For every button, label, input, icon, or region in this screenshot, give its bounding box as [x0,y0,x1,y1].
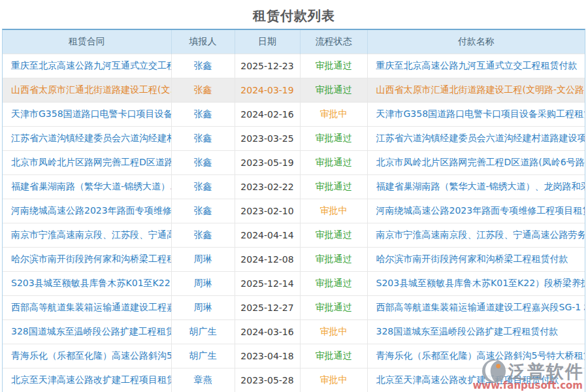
table-row[interactable]: 青海乐化（乐都至化隆）高速公路斜沟5... 胡广生 2023-04-18 审批通… [3,344,585,368]
payment-link[interactable]: 北京至天津高速公路改扩建工程项目租赁付款 [376,374,559,385]
cell-date: 2024-03-19 [235,78,300,102]
contract-link[interactable]: 328国道城东至温峤段公路扩建工程租赁... [11,326,171,336]
cell-payment: S203县城至额敏县库鲁木苏K01至K22）段桥梁养护... [367,271,585,295]
cell-status: 审批中 [300,319,367,344]
page-title: 租赁付款列表 [0,0,588,29]
status-text: 审批通过 [316,133,352,143]
contract-link[interactable]: 江苏省六道沟镇经建委员会六道沟经建村... [11,133,171,143]
cell-date: 2024-04-14 [235,223,300,247]
contract-link[interactable]: S203县城至额敏县库鲁木苏K01至K22）... [11,278,171,288]
contract-link[interactable]: 南京市宁淮高速南京段、江苏段、宁通高... [11,229,171,240]
cell-payment: 江苏省六道沟镇经建委员会六道沟经建村道路建设项... [367,126,585,150]
reporter-text: 周琳 [194,302,212,312]
contract-link[interactable]: 河南绕城高速公路2023年路面专项维修... [11,205,171,216]
cell-date: 2024-12-08 [235,247,300,271]
contract-link[interactable]: 福建省巢湖南路（繁华大道-锦绣大道）... [11,181,171,191]
status-text: 审批通过 [316,350,352,361]
cell-contract: 南京市宁淮高速南京段、江苏段、宁通高... [3,223,171,247]
date-text: 2023-03-25 [240,133,293,144]
cell-reporter: 周琳 [171,247,235,271]
cell-reporter: 章燕 [171,368,235,392]
reporter-text: 张鑫 [194,157,212,167]
payment-link[interactable]: 青海乐化（乐都至化隆）高速公路斜沟5号特大桥租赁... [376,350,585,361]
column-header-status: 流程状态 [300,30,367,54]
cell-contract: 青海乐化（乐都至化隆）高速公路斜沟5... [3,344,171,368]
contract-link[interactable]: 山西省太原市汇通北街道路建设工程(文... [11,84,171,95]
column-header-reporter: 填报人 [171,30,235,54]
cell-status: 审批通过 [300,54,367,78]
date-text: 2025-12-27 [240,302,293,313]
date-text: 2023-05-19 [240,157,293,168]
status-text: 审批通过 [316,157,352,167]
payment-link[interactable]: 福建省巢湖南路（繁华大道-锦绣大道）、龙岗路和采... [376,181,585,191]
cell-date: 2023-02-10 [235,199,300,223]
table-row[interactable]: 南京市宁淮高速南京段、江苏段、宁通高... 张鑫 2024-04-14 审批通过… [3,223,585,247]
cell-contract: 重庆至北京高速公路九河互通式立交工程... [3,54,171,78]
payment-link[interactable]: 重庆至北京高速公路九河互通式立交工程租赁付款 [376,60,578,71]
table-row[interactable]: 河南绕城高速公路2023年路面专项维修... 张鑫 2023-02-10 审批中… [3,199,585,223]
payment-link[interactable]: 328国道城东至温峤段公路扩建工程租赁付款 [376,326,559,336]
cell-payment: 西部高等航道集装箱运输通道建设工程嘉兴段SG-1 标... [367,295,585,319]
cell-reporter: 张鑫 [171,78,235,102]
cell-date: 2023-02-22 [235,174,300,199]
cell-payment: 天津市G358国道路口电警卡口项目设备采购工程租赁... [367,102,585,126]
status-text: 审批通过 [316,229,352,240]
payment-link[interactable]: S203县城至额敏县库鲁木苏K01至K22）段桥梁养护... [376,278,585,288]
table-row[interactable]: 江苏省六道沟镇经建委员会六道沟经建村... 张鑫 2023-03-25 审批通过… [3,126,585,150]
table-row[interactable]: 重庆至北京高速公路九河互通式立交工程... 张鑫 2025-12-23 审批通过… [3,54,585,78]
contract-link[interactable]: 天津市G358国道路口电警卡口项目设备... [11,108,171,119]
contract-link[interactable]: 北京至天津高速公路改扩建工程项目租赁... [11,374,171,385]
payment-link[interactable]: 南京市宁淮高速南京段、江苏段、宁通高速公路劳务... [376,229,585,240]
table-row[interactable]: 福建省巢湖南路（繁华大道-锦绣大道）... 张鑫 2023-02-22 审批通过… [3,174,585,199]
table-row[interactable]: 328国道城东至温峤段公路扩建工程租赁... 胡广生 2024-03-16 审批… [3,319,585,344]
payment-link[interactable]: 天津市G358国道路口电警卡口项目设备采购工程租赁... [376,108,585,119]
table-row[interactable]: 天津市G358国道路口电警卡口项目设备... 张鑫 2024-02-16 审批中… [3,102,585,126]
cell-reporter: 周琳 [171,271,235,295]
table-row[interactable]: 北京市凤岭北片区路网完善工程D区道路... 张鑫 2023-05-19 审批通过… [3,150,585,174]
cell-status: 审批通过 [300,150,367,174]
date-text: 2023-02-22 [240,182,293,192]
reporter-text: 张鑫 [194,181,212,191]
cell-status: 审批中 [300,102,367,126]
payment-link[interactable]: 哈尔滨市南开街段跨何家和沟桥梁工程租赁付款 [376,253,568,264]
reporter-text: 周琳 [194,253,212,264]
contract-link[interactable]: 北京市凤岭北片区路网完善工程D区道路... [11,157,171,167]
date-text: 2024-03-16 [240,327,293,337]
table-row[interactable]: S203县城至额敏县库鲁木苏K01至K22）... 周琳 2025-12-14 … [3,271,585,295]
cell-reporter: 张鑫 [171,199,235,223]
cell-contract: 西部高等航道集装箱运输通道建设工程嘉... [3,295,171,319]
table-row[interactable]: 西部高等航道集装箱运输通道建设工程嘉... 周琳 2025-12-27 审批通过… [3,295,585,319]
reporter-text: 胡广生 [189,350,217,361]
cell-status: 审批通过 [300,78,367,102]
payment-link[interactable]: 江苏省六道沟镇经建委员会六道沟经建村道路建设项... [376,133,585,143]
cell-reporter: 张鑫 [171,54,235,78]
status-text: 审批通过 [316,60,352,71]
cell-payment: 328国道城东至温峤段公路扩建工程租赁付款 [367,319,585,344]
table-row[interactable]: 哈尔滨市南开街段跨何家和沟桥梁工程租... 周琳 2024-12-08 审批通过… [3,247,585,271]
cell-reporter: 周琳 [171,295,235,319]
contract-link[interactable]: 青海乐化（乐都至化隆）高速公路斜沟5... [11,350,171,361]
cell-reporter: 胡广生 [171,319,235,344]
status-text: 审批中 [320,374,348,385]
payment-link[interactable]: 西部高等航道集装箱运输通道建设工程嘉兴段SG-1 标... [376,302,585,312]
cell-status: 审批通过 [300,174,367,199]
cell-payment: 北京至天津高速公路改扩建工程项目租赁付款 [367,368,585,392]
cell-date: 2025-12-27 [235,295,300,319]
date-text: 2024-02-16 [240,109,293,120]
contract-link[interactable]: 哈尔滨市南开街段跨何家和沟桥梁工程租... [11,253,171,264]
payment-link[interactable]: 河南绕城高速公路2023年路面专项维修工程项目租赁... [376,205,585,216]
contract-link[interactable]: 西部高等航道集装箱运输通道建设工程嘉... [11,302,171,312]
cell-date: 2025-12-14 [235,271,300,295]
cell-contract: 山西省太原市汇通北街道路建设工程(文... [3,78,171,102]
payment-link[interactable]: 北京市凤岭北片区路网完善工程D区道路(凤岭6号路、... [376,157,585,167]
cell-reporter: 胡广生 [171,344,235,368]
payment-link[interactable]: 山西省太原市汇通北街道路建设工程(文明路-文公路)... [376,84,585,95]
contract-link[interactable]: 重庆至北京高速公路九河互通式立交工程... [11,60,171,71]
cell-date: 2023-05-19 [235,150,300,174]
cell-date: 2024-02-16 [235,102,300,126]
table-row[interactable]: 山西省太原市汇通北街道路建设工程(文... 张鑫 2024-03-19 审批通过… [3,78,585,102]
column-header-contract: 租赁合同 [3,30,171,54]
cell-contract: 天津市G358国道路口电警卡口项目设备... [3,102,171,126]
cell-status: 审批通过 [300,223,367,247]
table-row[interactable]: 北京至天津高速公路改扩建工程项目租赁... 章燕 2023-05-28 审批中 … [3,368,585,392]
